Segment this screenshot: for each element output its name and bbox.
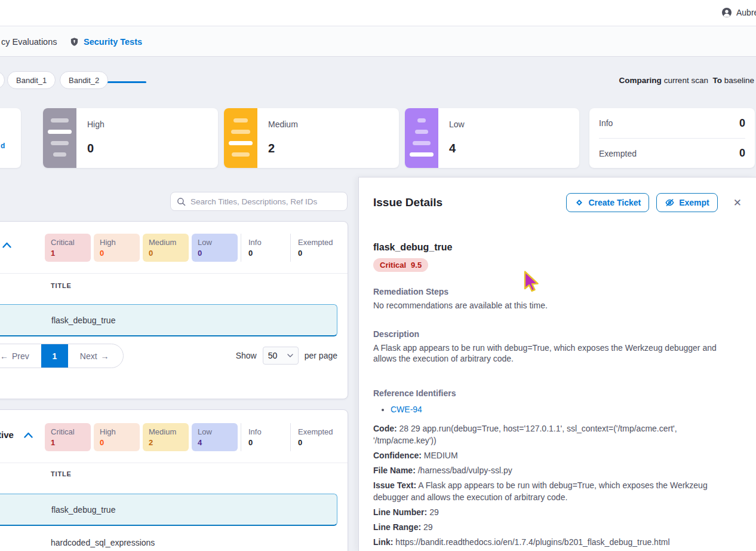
drawer-header: Issue Details Create Ticket Exempt ✕: [373, 193, 742, 212]
issue-group-card-2: tive Critical 1 High 0 Medium 2 Low 4 In…: [0, 409, 348, 551]
chip-count: 0: [100, 438, 134, 447]
field-label: File Name:: [373, 466, 416, 475]
exempted-label: Exempted: [599, 149, 637, 158]
exempt-label: Exempt: [679, 198, 709, 207]
field-value: /harness/bad/vulpy-ssl.py: [418, 466, 512, 475]
tab-security-tests-label: Security Tests: [84, 37, 142, 47]
description-body: A Flask app appears to be run with debug…: [373, 342, 742, 364]
truncated-link-fragment[interactable]: d: [1, 142, 5, 150]
issue-group-card-1: Critical 1 High 0 Medium 0 Low 0 Info 0 …: [0, 221, 348, 399]
scanner-pill-bandit-2[interactable]: Bandit_2: [60, 71, 108, 89]
field-value: A Flask app appears to be run with debug…: [373, 480, 708, 502]
summary-card-critical-partial[interactable]: [0, 108, 21, 168]
chip-high: High 0: [94, 234, 140, 262]
reference-identifiers-heading: Reference Identifiers: [373, 388, 742, 398]
chip-label: Exempted: [298, 427, 331, 436]
field-link: Link: https://bandit.readthedocs.io/en/1…: [373, 536, 742, 548]
field-code: Code: 28 29 app.run(debug=True, host='12…: [373, 423, 742, 446]
issue-fields: Code: 28 29 app.run(debug=True, host='12…: [373, 423, 742, 548]
cwe-link[interactable]: CWE-94: [391, 405, 422, 414]
scanner-pill-label: Bandit_2: [69, 76, 99, 85]
field-label: Issue Text:: [373, 480, 416, 490]
chip-count: 2: [149, 438, 183, 447]
chip-count: 0: [100, 249, 134, 258]
collapse-section-button[interactable]: [2, 241, 12, 249]
field-value: 28 29 app.run(debug=True, host='127.0.1.…: [373, 424, 677, 445]
issue-row-title: flask_debug_true: [51, 505, 115, 515]
field-label: Line Number:: [373, 507, 427, 517]
page-size-control: Show 50 per page: [236, 347, 337, 365]
comparing-value: current scan: [664, 76, 708, 85]
info-row: Info 0: [599, 108, 745, 138]
chip-medium: Medium 0: [143, 234, 189, 262]
severity-badge-label: Critical: [380, 261, 406, 270]
field-line-number: Line Number: 29: [373, 506, 742, 518]
field-file-name: File Name: /harness/bad/vulpy-ssl.py: [373, 464, 742, 476]
exempt-button[interactable]: Exempt: [656, 193, 718, 212]
chip-count: 0: [198, 249, 232, 258]
severity-chips: Critical 1 High 0 Medium 2 Low 4 Info 0 …: [45, 423, 340, 451]
remediation-body: No recommendations are available at this…: [373, 300, 742, 311]
field-label: Line Range:: [373, 522, 421, 532]
chip-high: High 0: [94, 423, 140, 451]
high-severity-meter-icon: [43, 108, 76, 168]
field-confidence: Confidence: MEDIUM: [373, 449, 742, 461]
comparing-label: Comparing: [619, 76, 662, 85]
field-value: 29: [423, 522, 433, 532]
chip-label: Exempted: [298, 238, 331, 247]
prev-label: Prev: [12, 351, 29, 361]
user-avatar-icon: [721, 7, 732, 18]
reference-list: CWE-94: [391, 403, 742, 415]
tab-bar: cy Evaluations Security Tests: [0, 26, 756, 57]
issue-row-flask-debug-true[interactable]: flask_debug_true: [0, 494, 337, 526]
page-number-1[interactable]: 1: [41, 344, 68, 368]
summary-card-count: 0: [87, 142, 94, 155]
search-icon: [177, 197, 186, 206]
chip-count: 0: [298, 249, 331, 258]
scanner-pill-partial[interactable]: [0, 71, 5, 89]
section-label-partial: tive: [0, 430, 14, 440]
create-ticket-button[interactable]: Create Ticket: [566, 193, 649, 212]
summary-card-high[interactable]: High 0: [43, 108, 218, 168]
summary-card-medium[interactable]: Medium 2: [224, 108, 399, 168]
chip-low: Low 4: [192, 423, 238, 451]
chip-exempted: Exempted 0: [290, 423, 337, 451]
chip-label: Low: [198, 238, 232, 247]
security-tests-page: { "colors": { "primary_blue": "#0278d5",…: [0, 0, 756, 551]
create-ticket-label: Create Ticket: [588, 198, 641, 207]
chip-label: High: [100, 427, 134, 436]
next-page-button[interactable]: Next →: [80, 351, 109, 361]
scanner-pill-bandit-1[interactable]: Bandit_1: [7, 71, 56, 89]
field-label: Link:: [373, 537, 393, 547]
summary-card-low[interactable]: Low 4: [405, 108, 579, 168]
field-line-range: Line Range: 29: [373, 521, 742, 533]
info-count: 0: [739, 117, 745, 130]
tab-policy-evaluations[interactable]: cy Evaluations: [0, 26, 57, 57]
title-column-header: TITLE: [51, 470, 72, 477]
field-label: Code:: [373, 424, 397, 433]
prev-page-button[interactable]: ← Prev: [0, 351, 29, 361]
chip-count: 1: [51, 249, 85, 258]
chevron-up-icon: [2, 241, 12, 249]
issue-row-flask-debug-true[interactable]: flask_debug_true: [0, 304, 337, 336]
user-menu[interactable]: Aubre: [721, 7, 756, 18]
field-value: MEDIUM: [424, 451, 458, 460]
drawer-title: Issue Details: [373, 196, 442, 209]
exempted-row: Exempted 0: [599, 138, 745, 168]
top-bar: Aubre: [0, 0, 756, 26]
close-icon[interactable]: ✕: [733, 198, 742, 208]
field-value: https://bandit.readthedocs.io/en/1.7.4/p…: [395, 537, 669, 547]
severity-badge: Critical 9.5: [373, 258, 428, 272]
next-label: Next: [80, 351, 97, 361]
page-size-select[interactable]: 50: [263, 347, 299, 365]
collapse-section-button[interactable]: [23, 431, 33, 439]
tab-security-tests[interactable]: Security Tests: [70, 26, 142, 57]
search-input[interactable]: [190, 197, 341, 206]
chip-label: Info: [248, 427, 281, 436]
issue-row-hardcoded-sql-expressions[interactable]: hardcoded_sql_expressions: [0, 526, 337, 551]
exempted-count: 0: [739, 147, 745, 160]
severity-chips: Critical 1 High 0 Medium 0 Low 0 Info 0 …: [45, 234, 340, 262]
chip-count: 0: [248, 438, 281, 447]
page-size-value: 50: [268, 351, 278, 360]
summary-card-info-exempted[interactable]: Info 0 Exempted 0: [589, 108, 755, 168]
